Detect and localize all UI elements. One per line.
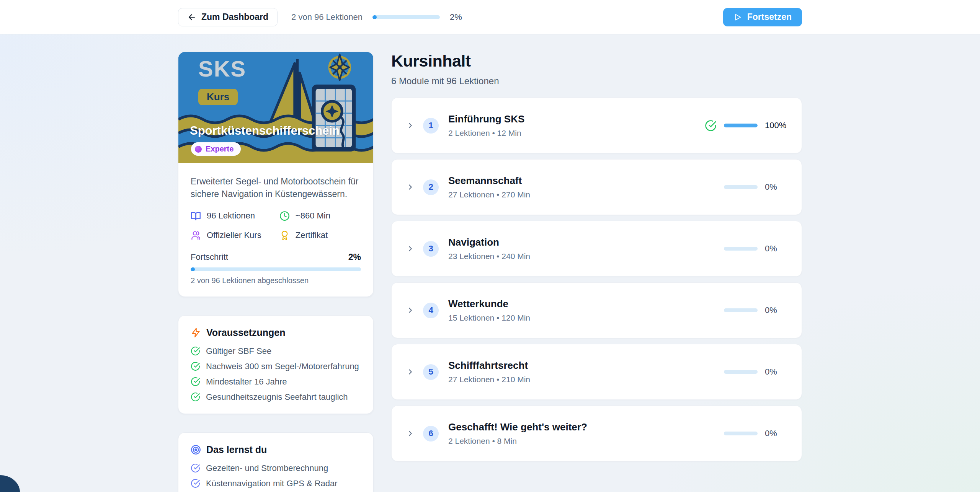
check-circle-icon [191, 479, 200, 488]
course-progress-header: Fortschritt 2% [191, 252, 361, 262]
prerequisites-title: Voraussetzungen [206, 327, 286, 338]
stat-official-label: Offizieller Kurs [207, 230, 261, 240]
module-text: Seemannschaft 27 Lektionen • 270 Min [448, 175, 530, 199]
completed-check-icon [705, 120, 717, 132]
module-progress-percent: 0% [765, 428, 789, 438]
learning-item: Gezeiten- und Stromberechnung [191, 463, 361, 473]
chevron-right-icon [406, 429, 415, 438]
module-progress-percent: 0% [765, 182, 789, 192]
module-card[interactable]: 1 Einführung SKS 2 Lektionen • 12 Min 10… [391, 98, 802, 153]
learnings-title: Das lernst du [206, 444, 267, 455]
module-text: Wetterkunde 15 Lektionen • 120 Min [448, 298, 530, 323]
chevron-right-icon [406, 306, 415, 314]
progress-percent: 2% [348, 252, 361, 262]
module-progress-group: 100% [705, 120, 789, 132]
check-circle-icon [191, 362, 200, 371]
topbar-progress-fill [372, 15, 377, 19]
topbar: Zum Dashboard 2 von 96 Lektionen 2% Fort… [0, 0, 980, 34]
module-progress-group: 0% [724, 428, 789, 438]
module-card[interactable]: 4 Wetterkunde 15 Lektionen • 120 Min 0% [391, 282, 802, 338]
prerequisite-label: Nachweis 300 sm Segel-/Motorerfahrung [206, 362, 359, 371]
module-progress-bar [724, 308, 758, 312]
module-progress-percent: 0% [765, 305, 789, 315]
course-progress-bar [191, 267, 361, 271]
topbar-progress-percent: 2% [450, 12, 462, 22]
module-progress-percent: 0% [765, 367, 789, 377]
prerequisite-item: Nachweis 300 sm Segel-/Motorerfahrung [191, 362, 361, 371]
module-progress-bar [724, 247, 758, 251]
module-progress-group: 0% [724, 182, 789, 192]
module-meta: 2 Lektionen • 8 Min [448, 437, 587, 446]
course-card: SKS Kurs Sportküstenschifferschein Exper… [178, 52, 374, 297]
prerequisites-header: Voraussetzungen [191, 327, 361, 338]
clock-icon [279, 211, 290, 221]
corner-decoration [0, 475, 20, 492]
module-title: Schifffahrtsrecht [448, 360, 530, 371]
module-card[interactable]: 6 Geschafft! Wie geht's weiter? 2 Lektio… [391, 406, 802, 461]
learnings-card: Das lernst du Gezeiten- und Stromberechn… [178, 432, 374, 492]
course-card-body: Erweiterter Segel- und Motorbootschein f… [178, 163, 373, 297]
back-button-label: Zum Dashboard [201, 12, 268, 22]
progress-label: Fortschritt [191, 252, 228, 262]
award-icon [279, 230, 290, 241]
stat-lessons-label: 96 Lektionen [207, 211, 255, 221]
module-progress-group: 0% [724, 305, 789, 315]
module-progress-bar [724, 370, 758, 374]
module-progress-fill [724, 124, 758, 127]
arrow-left-icon [187, 13, 196, 22]
stat-duration-label: ~860 Min [296, 211, 330, 221]
back-to-dashboard-button[interactable]: Zum Dashboard [178, 8, 278, 26]
module-card[interactable]: 3 Navigation 23 Lektionen • 240 Min 0% [391, 221, 802, 277]
prerequisite-label: Gültiger SBF See [206, 346, 271, 356]
module-title: Wetterkunde [448, 298, 530, 310]
prerequisite-label: Mindestalter 16 Jahre [206, 377, 287, 387]
module-card[interactable]: 2 Seemannschaft 27 Lektionen • 270 Min 0… [391, 159, 802, 215]
learning-label: Küstennavigation mit GPS & Radar [206, 479, 338, 489]
check-circle-icon [191, 377, 200, 386]
module-title: Einführung SKS [448, 113, 524, 125]
continue-button[interactable]: Fortsetzen [723, 8, 802, 26]
play-icon [733, 13, 742, 21]
learnings-header: Das lernst du [191, 444, 361, 455]
module-progress-bar [724, 124, 758, 127]
chevron-right-icon [406, 183, 415, 191]
level-dot-icon [195, 146, 202, 153]
bolt-icon [191, 327, 201, 338]
module-meta: 15 Lektionen • 120 Min [448, 313, 530, 323]
module-number-badge: 1 [423, 118, 439, 134]
module-progress-percent: 100% [765, 121, 789, 130]
module-number-badge: 6 [423, 426, 439, 441]
users-icon [191, 230, 201, 241]
module-progress-group: 0% [724, 244, 789, 254]
lessons-progress-text: 2 von 96 Lektionen [291, 12, 363, 22]
prerequisites-list: Gültiger SBF See Nachweis 300 sm Segel-/… [191, 346, 361, 402]
target-icon [191, 445, 201, 455]
prerequisite-item: Gesundheitszeugnis Seefahrt tauglich [191, 392, 361, 402]
check-circle-icon [191, 346, 200, 356]
course-hero-image: SKS Kurs Sportküstenschifferschein Exper… [178, 52, 373, 163]
check-circle-icon [191, 463, 200, 473]
module-number-badge: 2 [423, 179, 439, 195]
learnings-list: Gezeiten- und Stromberechnung Küstennavi… [191, 463, 361, 492]
course-progress-fill [191, 267, 195, 271]
module-progress-group: 0% [724, 367, 789, 377]
module-meta: 2 Lektionen • 12 Min [448, 129, 524, 138]
stat-lessons: 96 Lektionen [191, 211, 276, 221]
module-card[interactable]: 5 Schifffahrtsrecht 27 Lektionen • 210 M… [391, 344, 802, 400]
learning-label: Gezeiten- und Stromberechnung [206, 463, 328, 473]
module-progress-bar [724, 185, 758, 189]
module-list: 1 Einführung SKS 2 Lektionen • 12 Min 10… [391, 98, 802, 461]
module-number-badge: 4 [423, 303, 439, 318]
module-text: Navigation 23 Lektionen • 240 Min [448, 236, 530, 261]
prerequisite-item: Gültiger SBF See [191, 346, 361, 356]
module-meta: 27 Lektionen • 210 Min [448, 375, 530, 384]
topbar-progress-bar [372, 15, 440, 19]
prerequisite-label: Gesundheitszeugnis Seefahrt tauglich [206, 392, 348, 402]
module-meta: 27 Lektionen • 270 Min [448, 190, 530, 199]
module-text: Geschafft! Wie geht's weiter? 2 Lektione… [448, 421, 587, 446]
learning-item: Küstennavigation mit GPS & Radar [191, 479, 361, 489]
course-description: Erweiterter Segel- und Motorbootschein f… [191, 175, 361, 201]
module-title: Geschafft! Wie geht's weiter? [448, 421, 587, 433]
progress-caption: 2 von 96 Lektionen abgeschlossen [191, 276, 361, 285]
module-progress-bar [724, 432, 758, 435]
